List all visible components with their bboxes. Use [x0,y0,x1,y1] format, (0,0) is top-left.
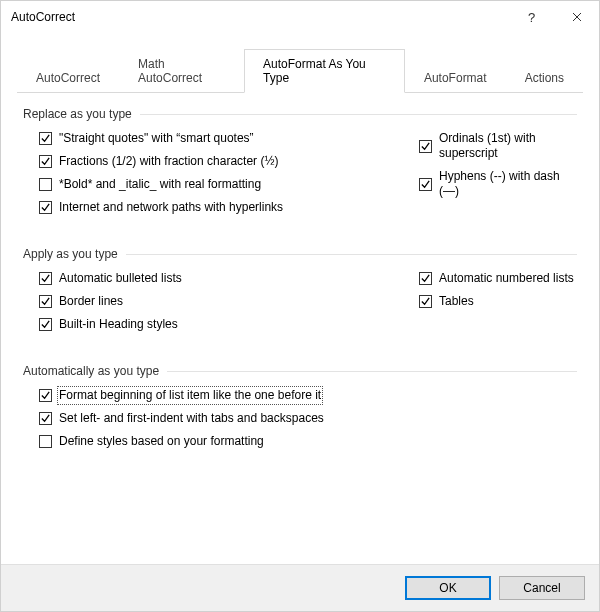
checkbox-label: Automatic numbered lists [439,271,574,286]
checkbox-define-styles[interactable]: Define styles based on your formatting [39,434,577,449]
checkbox-ordinals[interactable]: Ordinals (1st) with superscript [419,131,577,161]
group-replace: Replace as you type "Straight quotes" wi… [23,107,577,223]
group-body-replace: "Straight quotes" with “smart quotes” Fr… [23,131,577,223]
group-header-auto: Automatically as you type [23,364,577,378]
checkbox-box [39,389,52,402]
dialog-footer: OK Cancel [1,564,599,611]
checkbox-fractions[interactable]: Fractions (1/2) with fraction character … [39,154,419,169]
checkbox-set-indent[interactable]: Set left- and first-indent with tabs and… [39,411,577,426]
tab-pane: Replace as you type "Straight quotes" wi… [17,93,583,564]
col-left: Automatic bulleted lists Border lines Bu… [39,271,419,340]
ok-button[interactable]: OK [405,576,491,600]
checkbox-label: Internet and network paths with hyperlin… [59,200,283,215]
col-right: Automatic numbered lists Tables [419,271,577,340]
checkbox-label: Tables [439,294,474,309]
checkbox-numbered-lists[interactable]: Automatic numbered lists [419,271,577,286]
checkbox-box [39,412,52,425]
col-left: "Straight quotes" with “smart quotes” Fr… [39,131,419,223]
group-body-apply: Automatic bulleted lists Border lines Bu… [23,271,577,340]
checkbox-box [419,178,432,191]
group-body-auto: Format beginning of list item like the o… [23,388,577,449]
checkbox-box [39,201,52,214]
checkbox-label: Define styles based on your formatting [59,434,264,449]
checkbox-label: Ordinals (1st) with superscript [439,131,577,161]
checkbox-straight-quotes[interactable]: "Straight quotes" with “smart quotes” [39,131,419,146]
checkbox-hyperlinks[interactable]: Internet and network paths with hyperlin… [39,200,419,215]
col-right: Ordinals (1st) with superscript Hyphens … [419,131,577,223]
checkbox-format-begin[interactable]: Format beginning of list item like the o… [39,388,577,403]
autocorrect-dialog: AutoCorrect ? AutoCorrect Math AutoCorre… [0,0,600,612]
checkbox-heading-styles[interactable]: Built-in Heading styles [39,317,419,332]
tab-bar: AutoCorrect Math AutoCorrect AutoFormat … [17,49,583,93]
help-button[interactable]: ? [509,2,554,32]
close-icon [572,12,582,22]
group-divider [126,254,577,255]
checkbox-label: Built-in Heading styles [59,317,178,332]
checkbox-label: Format beginning of list item like the o… [59,388,321,403]
dialog-content: AutoCorrect Math AutoCorrect AutoFormat … [1,33,599,564]
checkbox-label: Fractions (1/2) with fraction character … [59,154,278,169]
tab-math-autocorrect[interactable]: Math AutoCorrect [119,49,244,93]
checkbox-box [39,295,52,308]
group-title-replace: Replace as you type [23,107,140,121]
checkbox-box [419,140,432,153]
tab-autoformat-as-you-type[interactable]: AutoFormat As You Type [244,49,405,93]
checkbox-bold-italic[interactable]: *Bold* and _italic_ with real formatting [39,177,419,192]
checkbox-label: *Bold* and _italic_ with real formatting [59,177,261,192]
checkbox-box [39,318,52,331]
group-header-apply: Apply as you type [23,247,577,261]
group-divider [140,114,577,115]
tab-autocorrect[interactable]: AutoCorrect [17,63,119,93]
checkbox-tables[interactable]: Tables [419,294,577,309]
group-divider [167,371,577,372]
window-controls: ? [509,1,599,33]
checkbox-hyphens[interactable]: Hyphens (--) with dash (—) [419,169,577,199]
checkbox-label: Hyphens (--) with dash (—) [439,169,577,199]
checkbox-box [419,272,432,285]
close-button[interactable] [554,2,599,32]
group-header-replace: Replace as you type [23,107,577,121]
checkbox-box [39,132,52,145]
checkbox-border-lines[interactable]: Border lines [39,294,419,309]
cancel-button[interactable]: Cancel [499,576,585,600]
tab-autoformat[interactable]: AutoFormat [405,63,506,93]
tab-actions[interactable]: Actions [506,63,583,93]
group-auto: Automatically as you type Format beginni… [23,364,577,449]
checkbox-box [39,155,52,168]
checkbox-label: "Straight quotes" with “smart quotes” [59,131,254,146]
group-title-auto: Automatically as you type [23,364,167,378]
checkbox-box [39,435,52,448]
checkbox-box [419,295,432,308]
checkbox-box [39,178,52,191]
group-apply: Apply as you type Automatic bulleted lis… [23,247,577,340]
window-title: AutoCorrect [11,10,75,24]
checkbox-box [39,272,52,285]
titlebar: AutoCorrect ? [1,1,599,33]
checkbox-bulleted-lists[interactable]: Automatic bulleted lists [39,271,419,286]
checkbox-label: Set left- and first-indent with tabs and… [59,411,324,426]
checkbox-label: Automatic bulleted lists [59,271,182,286]
checkbox-label: Border lines [59,294,123,309]
group-title-apply: Apply as you type [23,247,126,261]
